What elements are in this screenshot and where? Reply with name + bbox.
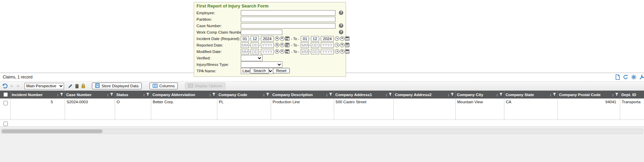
refresh-icon[interactable]	[623, 74, 628, 80]
clear-date-icon[interactable]	[340, 36, 344, 41]
calendar-icon[interactable]	[345, 43, 349, 47]
clock-icon[interactable]	[335, 43, 339, 47]
injury-type-select[interactable]	[241, 61, 282, 68]
help-icon[interactable]: ?	[339, 23, 343, 28]
col-select-all[interactable]	[0, 91, 10, 98]
sort-icon[interactable]: ↕	[612, 93, 614, 97]
calendar-icon[interactable]	[345, 49, 349, 54]
filter-icon[interactable]	[553, 93, 556, 97]
filter-icon[interactable]	[499, 93, 503, 97]
sort-icon[interactable]: ↕	[107, 93, 109, 97]
filter-icon[interactable]	[146, 93, 150, 97]
new-document-icon[interactable]	[615, 74, 620, 80]
calendar-icon[interactable]	[285, 36, 289, 41]
calendar-icon[interactable]	[285, 43, 289, 47]
clear-date-icon[interactable]	[340, 49, 344, 54]
work-comp-input[interactable]	[241, 30, 282, 35]
clock-icon[interactable]	[275, 49, 279, 54]
horizontal-scrollbar-thumb[interactable]	[2, 129, 103, 133]
incident-to-day-input[interactable]	[311, 36, 319, 41]
help-icon[interactable]: ?	[339, 30, 343, 34]
incident-from-year-input[interactable]	[261, 36, 274, 41]
sort-icon[interactable]: ↕	[386, 93, 388, 97]
gear-icon[interactable]	[631, 74, 637, 80]
sort-icon[interactable]: ↕	[209, 93, 211, 97]
sort-icon[interactable]: ↕	[57, 93, 59, 97]
partition-input[interactable]	[241, 17, 335, 22]
filter-icon[interactable]	[60, 93, 63, 97]
col-company-city[interactable]: Company City↕	[455, 91, 504, 98]
help-icon[interactable]: ?	[339, 11, 343, 15]
filter-icon[interactable]	[451, 93, 454, 97]
case-number-input[interactable]	[241, 23, 335, 29]
incident-to-month-input[interactable]	[301, 36, 309, 41]
calendar-icon[interactable]	[285, 49, 289, 54]
calendar-icon[interactable]	[345, 36, 349, 41]
modified-to-day-input[interactable]	[311, 49, 319, 54]
col-company-postal-code[interactable]: Company Postal Code↕	[557, 91, 620, 98]
col-case-number[interactable]: Case Number↕	[65, 91, 115, 98]
employee-input[interactable]	[241, 10, 335, 16]
sort-icon[interactable]: ↕	[326, 93, 328, 97]
incident-to-year-input[interactable]	[321, 36, 334, 41]
reported-to-day-input[interactable]	[311, 42, 319, 48]
modified-to-month-input[interactable]	[301, 49, 309, 54]
clock-icon[interactable]	[335, 49, 339, 54]
incident-from-day-input[interactable]	[251, 36, 259, 41]
perspective-select[interactable]: Main Perspective	[25, 83, 64, 89]
col-company-address1[interactable]: Company Address1↕	[334, 91, 393, 98]
undo-icon[interactable]	[2, 83, 8, 89]
col-company-abbreviation[interactable]: Company Abbreviation↕	[151, 91, 217, 98]
filter-icon[interactable]	[615, 93, 618, 97]
filter-icon[interactable]	[110, 93, 113, 97]
reported-to-year-input[interactable]	[321, 42, 334, 48]
col-company-state[interactable]: Company State↕	[504, 91, 557, 98]
sort-icon[interactable]: ↕	[263, 93, 265, 97]
wrench-icon[interactable]	[639, 74, 644, 80]
edit-pencil-icon[interactable]	[68, 84, 73, 89]
lock-icon[interactable]	[81, 84, 85, 89]
select-all-checkbox[interactable]	[3, 92, 8, 97]
col-status[interactable]: Status↕	[115, 91, 151, 98]
col-company-address2[interactable]: Company Address2↕	[393, 91, 455, 98]
modified-from-year-input[interactable]	[261, 49, 274, 54]
filter-icon[interactable]	[266, 93, 269, 97]
trash-icon[interactable]	[75, 84, 79, 89]
clear-date-icon[interactable]	[280, 36, 284, 41]
modified-to-year-input[interactable]	[321, 49, 334, 54]
col-dept-id[interactable]: Dept. ID↕	[620, 91, 644, 98]
reset-button[interactable]: Reset	[273, 68, 290, 73]
filter-icon[interactable]	[212, 93, 216, 97]
clear-date-icon[interactable]	[340, 43, 344, 47]
clock-icon[interactable]	[275, 36, 279, 41]
reported-from-day-input[interactable]	[251, 42, 259, 48]
row-checkbox[interactable]	[3, 101, 8, 105]
filter-icon[interactable]	[389, 93, 392, 97]
col-company-description[interactable]: Company Description↕	[271, 91, 334, 98]
modified-from-month-input[interactable]	[241, 49, 249, 54]
sort-icon[interactable]: ↕	[143, 93, 145, 97]
col-incident-number[interactable]: Incident Number↕	[10, 91, 65, 98]
incident-from-month-input[interactable]	[241, 36, 249, 41]
columns-icon	[153, 84, 158, 89]
sort-icon[interactable]: ↕	[496, 93, 498, 97]
modified-from-day-input[interactable]	[251, 49, 259, 54]
clear-date-icon[interactable]	[280, 43, 284, 47]
search-button[interactable]: Search	[250, 68, 269, 73]
table-row[interactable]: 5 S2024-0003 O Better Corp. PL Productio…	[0, 98, 644, 120]
reported-from-year-input[interactable]	[261, 42, 274, 48]
sort-icon[interactable]: ↕	[550, 93, 552, 97]
store-displayed-data-button[interactable]: Store Displayed Data	[92, 83, 142, 89]
clock-icon[interactable]	[335, 36, 339, 41]
empty-row-checkbox[interactable]	[3, 122, 8, 126]
reported-to-month-input[interactable]	[301, 42, 309, 48]
columns-button[interactable]: Columns	[150, 83, 178, 89]
clock-icon[interactable]	[275, 43, 279, 47]
col-company-code[interactable]: Company Code↕	[217, 91, 271, 98]
sort-icon[interactable]: ↕	[447, 93, 450, 97]
verified-select[interactable]	[241, 55, 263, 61]
filter-icon[interactable]	[329, 93, 332, 97]
clear-date-icon[interactable]	[280, 49, 284, 54]
reported-from-month-input[interactable]	[241, 42, 249, 48]
horizontal-scrollbar[interactable]	[1, 129, 643, 134]
